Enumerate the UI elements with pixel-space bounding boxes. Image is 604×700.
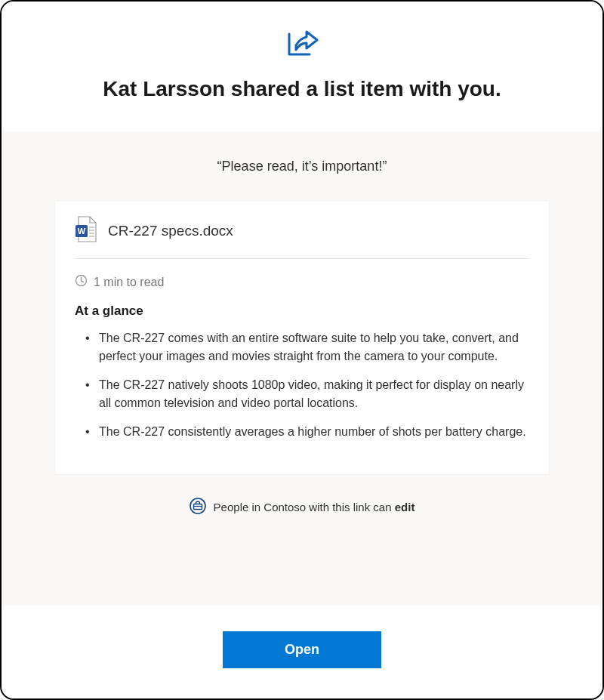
list-item: The CR-227 natively shoots 1080p video, …: [88, 376, 529, 412]
svg-text:W: W: [78, 227, 86, 236]
share-icon: [284, 27, 320, 63]
permissions-row: People in Contoso with this link can edi…: [54, 498, 550, 517]
notification-card: Kat Larsson shared a list item with you.…: [0, 0, 604, 700]
read-time-row: 1 min to read: [75, 274, 529, 290]
open-button[interactable]: Open: [223, 631, 381, 668]
clock-icon: [75, 274, 88, 290]
header: Kat Larsson shared a list item with you.: [2, 2, 602, 131]
footer: Open: [2, 606, 602, 698]
briefcase-link-icon: [190, 498, 206, 517]
read-time-text: 1 min to read: [94, 276, 164, 289]
permissions-text: People in Contoso with this link can edi…: [214, 501, 415, 513]
summary-bullets: The CR-227 comes with an entire software…: [75, 329, 529, 441]
document-preview-card: W CR-227 specs.docx 1 m: [54, 200, 550, 475]
share-headline: Kat Larsson shared a list item with you.: [32, 77, 572, 101]
divider: [75, 258, 529, 259]
file-name: CR-227 specs.docx: [108, 223, 233, 239]
sender-message: “Please read, it’s important!”: [54, 159, 550, 174]
list-item: The CR-227 comes with an entire software…: [88, 329, 529, 365]
file-row[interactable]: W CR-227 specs.docx: [75, 216, 529, 258]
list-item: The CR-227 consistently averages a highe…: [88, 423, 529, 441]
permissions-action: edit: [395, 501, 415, 513]
at-a-glance-heading: At a glance: [75, 304, 529, 319]
body: “Please read, it’s important!” W CR-: [2, 131, 602, 606]
word-doc-icon: W: [75, 216, 97, 246]
permissions-prefix: People in Contoso with this link can: [214, 501, 395, 513]
